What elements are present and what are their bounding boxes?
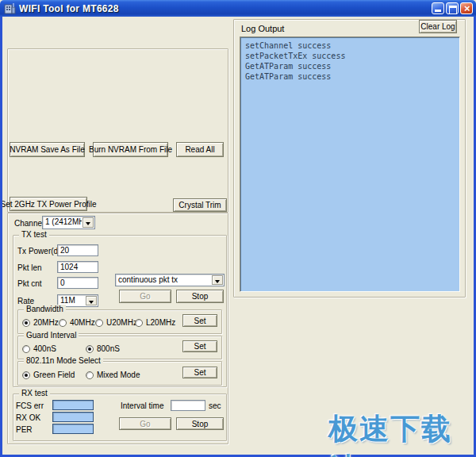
- interval-time-input[interactable]: [171, 400, 205, 411]
- radio-bandwidth-u20mhz[interactable]: U20MHz: [95, 318, 137, 327]
- chevron-down-icon[interactable]: [83, 217, 94, 228]
- minimize-icon[interactable]: [432, 2, 444, 14]
- guard-interval-title: Guard Interval: [24, 331, 79, 340]
- radio-bandwidth-l20mhz[interactable]: L20MHz: [135, 318, 175, 327]
- app-icon: [4, 2, 16, 14]
- mode-select-title: 802.11n Mode Select: [24, 356, 103, 366]
- pkt-mode-select[interactable]: continuous pkt tx: [115, 274, 225, 286]
- interval-time-label: Interval time: [121, 401, 163, 411]
- nvram-save-as-file-button[interactable]: NVRAM Save As File: [10, 142, 85, 157]
- channel-select[interactable]: 1 (2412MHz): [42, 216, 95, 229]
- fcs-err-label: FCS err: [16, 401, 44, 411]
- radio-guard-400ns[interactable]: 400nS: [22, 344, 56, 353]
- log-line: GetATParam success: [245, 61, 455, 71]
- radio-icon: [59, 319, 67, 327]
- chevron-down-icon[interactable]: [212, 275, 223, 285]
- per-field: [52, 424, 94, 434]
- pkt-cnt-label: Pkt cnt: [17, 279, 42, 289]
- radio-icon: [22, 319, 30, 327]
- radio-icon: [86, 345, 94, 353]
- radio-mixed-mode[interactable]: Mixed Mode: [86, 371, 140, 379]
- radio-icon: [135, 319, 143, 327]
- titlebar: WIFI Tool for MT6628: [0, 0, 476, 17]
- pkt-len-label: Pkt len: [17, 263, 42, 273]
- bandwidth-title: Bandwidth: [24, 305, 66, 314]
- nvram-panel: [7, 48, 228, 213]
- rx-stop-button[interactable]: Stop: [176, 417, 224, 430]
- interval-unit-label: sec: [209, 401, 221, 411]
- mode-select-set-button[interactable]: Set: [182, 367, 217, 378]
- clear-log-button[interactable]: Clear Log: [419, 20, 457, 33]
- rate-value: 11M: [60, 296, 85, 305]
- pkt-mode-value: continuous pkt tx: [118, 275, 211, 284]
- radio-icon: [95, 319, 103, 327]
- chevron-down-icon[interactable]: [86, 296, 97, 305]
- guard-interval-set-button[interactable]: Set: [182, 340, 217, 352]
- bandwidth-set-button[interactable]: Set: [182, 314, 217, 327]
- log-output-text[interactable]: setChannel successsetPacketTxEx successG…: [240, 36, 460, 292]
- read-all-button[interactable]: Read All: [176, 142, 224, 157]
- radio-icon: [86, 371, 94, 379]
- pkt-cnt-input[interactable]: 0: [57, 277, 98, 289]
- log-line: setPacketTxEx success: [245, 51, 455, 61]
- burn-nvram-from-file-button[interactable]: Burn NVRAM From File: [93, 142, 168, 157]
- tx-go-button[interactable]: Go: [119, 290, 171, 303]
- watermark: 极速下载站: [328, 409, 476, 457]
- rx-go-button[interactable]: Go: [119, 417, 171, 430]
- radio-bandwidth-20mhz[interactable]: 20MHz: [22, 318, 59, 327]
- radio-icon: [22, 345, 30, 353]
- tx-stop-button[interactable]: Stop: [176, 290, 224, 303]
- maximize-icon[interactable]: [446, 2, 459, 14]
- pkt-len-input[interactable]: 1024: [57, 261, 98, 273]
- fcs-err-field: [52, 400, 94, 410]
- radio-icon: [22, 371, 30, 379]
- rx-test-title: RX test: [19, 389, 50, 398]
- rx-ok-field: [52, 412, 94, 422]
- crystal-trim-button[interactable]: Crystal Trim: [173, 198, 227, 212]
- log-line: GetATParam success: [245, 71, 455, 82]
- app-window: WIFI Tool for MT6628 NVRAM Save As File …: [0, 0, 476, 457]
- log-output-title: Log Output: [241, 24, 284, 33]
- radio-green-field[interactable]: Green Field: [22, 371, 75, 379]
- radio-guard-800ns[interactable]: 800nS: [86, 344, 120, 353]
- window-title: WIFI Tool for MT6628: [19, 3, 119, 14]
- radio-bandwidth-40mhz[interactable]: 40MHz: [59, 318, 95, 327]
- set-2ghz-tx-power-profile-button[interactable]: Set 2GHz TX Power Profile: [10, 197, 87, 211]
- window-border-left: [0, 17, 2, 457]
- per-label: PER: [16, 425, 33, 435]
- tx-test-title: TX test: [19, 230, 49, 240]
- log-line: setChannel success: [245, 40, 455, 51]
- close-icon[interactable]: [460, 2, 473, 14]
- channel-value: 1 (2412MHz): [45, 217, 82, 226]
- tx-power-input[interactable]: 20: [57, 244, 98, 256]
- channel-label: Channel: [14, 219, 44, 228]
- rx-ok-label: RX OK: [16, 413, 40, 423]
